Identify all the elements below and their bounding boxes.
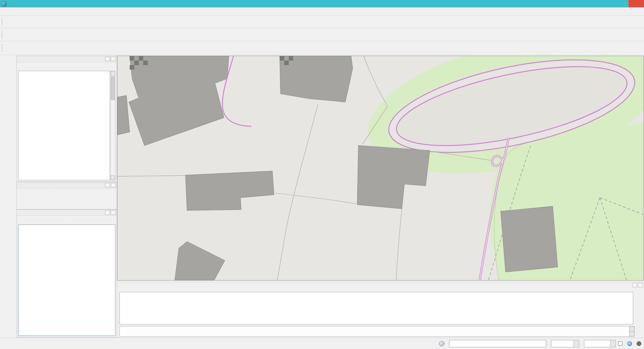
- layers-panel-title-bar: [17, 210, 117, 216]
- minimize-button[interactable]: [607, 0, 618, 7]
- layers-panel: [16, 209, 117, 338]
- scale-combo[interactable]: [551, 340, 579, 347]
- scrollbar-thumb[interactable]: [111, 77, 115, 100]
- panel-close-icon[interactable]: [638, 283, 643, 287]
- scroll-down-icon[interactable]: [630, 332, 634, 336]
- scroll-down-icon[interactable]: [111, 175, 115, 180]
- panel-close-icon[interactable]: [111, 57, 116, 61]
- panel-float-icon[interactable]: [632, 283, 637, 287]
- coordinate-input[interactable]: [449, 340, 546, 347]
- title-bar: [0, 0, 644, 7]
- render-checkbox[interactable]: [618, 341, 623, 346]
- browser-panel-title-bar: [17, 56, 117, 62]
- manage-layers-toolbar: [0, 55, 16, 338]
- toolbar-grip[interactable]: [2, 18, 3, 26]
- crs-globe-icon[interactable]: [627, 341, 632, 346]
- rotation-spinner[interactable]: [584, 340, 616, 347]
- toolbar-row-file-nav: [0, 16, 644, 28]
- map-building-2: [280, 56, 353, 102]
- status-bar: [0, 338, 644, 349]
- layers-toolbar: [17, 216, 117, 224]
- map-canvas[interactable]: [117, 56, 644, 281]
- cad-console-title-bar: [117, 282, 644, 288]
- spinner-down-icon[interactable]: [610, 344, 615, 347]
- toolbar-grip[interactable]: [2, 31, 3, 38]
- browser-toolbar: [17, 62, 117, 70]
- panel-float-icon[interactable]: [105, 183, 110, 187]
- messages-icon[interactable]: [637, 341, 641, 346]
- advanced-digitizing-message: [17, 188, 117, 195]
- toolbar-row-advanced-cadtools: [0, 41, 644, 55]
- render-progress-icon: [439, 341, 444, 346]
- browser-tree: [18, 71, 110, 180]
- qgis-window: [0, 0, 644, 349]
- close-button[interactable]: [629, 0, 644, 7]
- scroll-up-icon[interactable]: [111, 71, 115, 76]
- cad-console-command-history[interactable]: [119, 326, 635, 337]
- map-svg: [117, 56, 643, 280]
- scroll-up-icon[interactable]: [630, 327, 634, 331]
- advanced-digitizing-panel: [16, 182, 117, 209]
- spinner-up-icon[interactable]: [610, 340, 615, 344]
- chevron-down-icon[interactable]: [573, 340, 579, 347]
- window-controls: [607, 0, 644, 7]
- menu-bar: [0, 7, 644, 16]
- panel-float-icon[interactable]: [105, 57, 110, 61]
- cad-console-output[interactable]: [119, 292, 633, 325]
- panel-close-icon[interactable]: [111, 210, 116, 215]
- layers-list: [18, 225, 115, 336]
- toolbar-row-digitizing-labels: [0, 28, 644, 41]
- panel-float-icon[interactable]: [105, 210, 110, 215]
- browser-scrollbar[interactable]: [110, 71, 115, 180]
- cad-console-panel: [117, 282, 644, 338]
- cad-console-scrollbar[interactable]: [629, 327, 634, 336]
- toolbar-grip[interactable]: [2, 44, 3, 52]
- map-building-6: [501, 206, 558, 272]
- maximize-button[interactable]: [618, 0, 629, 7]
- browser-panel: [16, 56, 117, 182]
- panel-close-icon[interactable]: [111, 183, 116, 187]
- advanced-digitizing-title-bar: [17, 182, 117, 188]
- app-icon: [1, 1, 6, 6]
